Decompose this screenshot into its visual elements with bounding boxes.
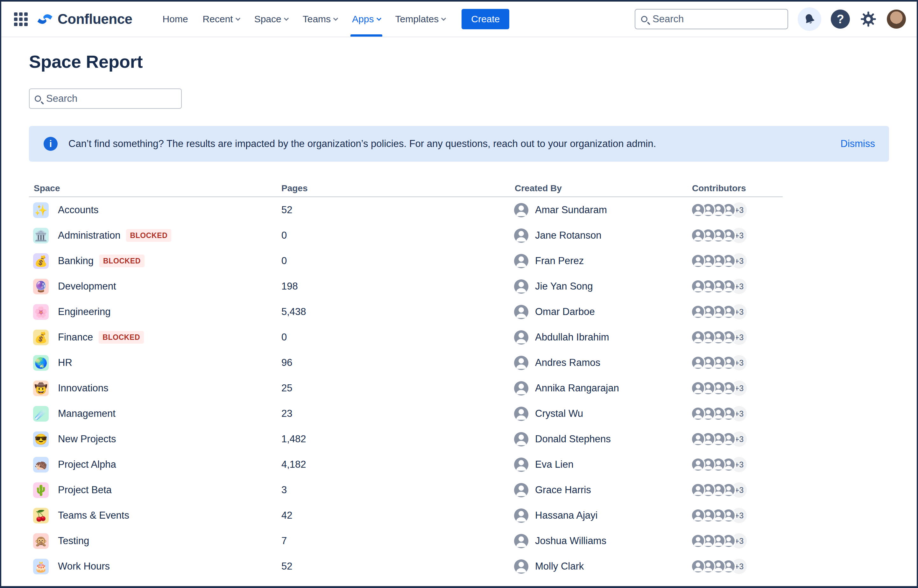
contributors-stack[interactable]: +3	[691, 279, 747, 294]
contributors-stack[interactable]: +3	[691, 304, 747, 320]
table-row[interactable]: 🙊 Testing 7 Joshua Williams	[29, 528, 783, 554]
contributors-stack[interactable]: +3	[691, 559, 747, 574]
confluence-logo-text: Confluence	[58, 11, 133, 27]
contributors-stack[interactable]: +3	[691, 330, 747, 345]
space-name[interactable]: Teams & Events	[58, 510, 129, 521]
contributors-stack[interactable]: +3	[691, 253, 747, 268]
creator-name[interactable]: Grace Harris	[535, 484, 591, 496]
sunglasses-face-icon: 😎	[33, 431, 49, 447]
blocked-badge: BLOCKED	[99, 255, 144, 267]
contributors-stack[interactable]: +3	[691, 355, 747, 370]
table-row[interactable]: 🌸 Engineering 5,438 Omar Darboe	[29, 299, 783, 325]
creator-name[interactable]: Omar Darboe	[535, 306, 595, 318]
creator-name[interactable]: Hassana Ajayi	[535, 510, 598, 521]
creator-name[interactable]: Crystal Wu	[535, 408, 583, 419]
contributors-stack[interactable]: +3	[691, 381, 747, 396]
page-search[interactable]	[29, 89, 182, 109]
contributors-stack[interactable]: +3	[691, 431, 747, 447]
contributors-stack[interactable]: +3	[691, 202, 747, 218]
pages-count: 52	[281, 204, 514, 216]
table-row[interactable]: 🏛️ Administration BLOCKED 0 Jane Rotanso…	[29, 223, 783, 248]
comet-icon: ☄️	[33, 406, 49, 422]
space-name[interactable]: Banking	[58, 255, 94, 267]
app-switcher-icon[interactable]	[14, 12, 28, 26]
space-name[interactable]: New Projects	[58, 433, 116, 445]
space-name[interactable]: Management	[58, 408, 116, 419]
space-name[interactable]: Work Hours	[58, 561, 110, 572]
create-button[interactable]: Create	[462, 9, 509, 29]
creator-cell: Fran Perez	[514, 254, 691, 268]
creator-name[interactable]: Molly Clark	[535, 561, 584, 572]
nav-item-teams[interactable]: Teams	[296, 2, 345, 37]
notifications-button[interactable]	[798, 7, 821, 31]
table-row[interactable]: 🔮 Development 198 Jie Yan Song	[29, 274, 783, 299]
table-row[interactable]: 🎂 Work Hours 52 Molly Clark	[29, 554, 783, 579]
space-name[interactable]: Engineering	[58, 306, 110, 318]
space-name[interactable]: Administration	[58, 230, 120, 241]
nav-item-templates[interactable]: Templates	[388, 2, 453, 37]
table-row[interactable]: 🌵 Project Beta 3 Grace Harris	[29, 477, 783, 503]
table-row[interactable]: 😎 New Projects 1,482 Donald Stephens	[29, 426, 783, 452]
space-name[interactable]: Innovations	[58, 383, 108, 394]
nav-left-group: Confluence Home Recent Space Teams Apps …	[14, 2, 509, 37]
space-cell: 😎 New Projects	[29, 431, 281, 447]
creator-name[interactable]: Abdullah Ibrahim	[535, 331, 609, 343]
creator-name[interactable]: Fran Perez	[535, 255, 584, 267]
nav-search[interactable]	[635, 9, 788, 29]
profile-avatar[interactable]	[887, 10, 906, 29]
table-row[interactable]: 💰 Banking BLOCKED 0 Fran Perez	[29, 248, 783, 274]
nav-item-apps[interactable]: Apps	[345, 2, 388, 37]
table-row[interactable]: ☄️ Management 23 Crystal Wu	[29, 401, 783, 426]
creator-name[interactable]: Joshua Williams	[535, 535, 606, 547]
space-cell: 🌵 Project Beta	[29, 482, 281, 498]
creator-name[interactable]: Annika Rangarajan	[535, 383, 619, 394]
contributors-stack[interactable]: +3	[691, 533, 747, 549]
space-name[interactable]: Development	[58, 281, 116, 292]
table-row[interactable]: 🤠 Innovations 25 Annika Rangarajan	[29, 375, 783, 401]
space-name[interactable]: HR	[58, 357, 72, 368]
page-search-input[interactable]	[46, 93, 176, 104]
space-name[interactable]: Accounts	[58, 204, 99, 216]
pages-count: 0	[281, 331, 514, 343]
nav-item-home[interactable]: Home	[155, 2, 196, 37]
contributors-stack[interactable]: +3	[691, 508, 747, 523]
settings-button[interactable]	[860, 10, 877, 28]
space-name[interactable]: Testing	[58, 535, 89, 547]
table-row[interactable]: 💰 Finance BLOCKED 0 Abdullah Ibrahim	[29, 325, 783, 350]
creator-name[interactable]: Jie Yan Song	[535, 281, 593, 292]
contributors-stack[interactable]: +3	[691, 406, 747, 421]
space-name[interactable]: Project Alpha	[58, 459, 116, 470]
help-button[interactable]: ?	[831, 10, 850, 29]
creator-name[interactable]: Eva Lien	[535, 459, 574, 470]
creator-avatar-icon	[514, 356, 528, 370]
space-name[interactable]: Finance	[58, 331, 93, 343]
dismiss-link[interactable]: Dismiss	[840, 138, 875, 150]
nav-item-space[interactable]: Space	[247, 2, 296, 37]
confluence-logo[interactable]: Confluence	[37, 11, 133, 27]
table-row[interactable]: 🌏 HR 96 Andres Ramos	[29, 350, 783, 375]
contributor-avatar-icon	[691, 330, 705, 344]
space-cell: 🙊 Testing	[29, 533, 281, 549]
blocked-badge: BLOCKED	[126, 229, 171, 242]
space-name[interactable]: Project Beta	[58, 484, 112, 496]
creator-avatar-icon	[514, 305, 528, 319]
creator-name[interactable]: Jane Rotanson	[535, 230, 601, 241]
creator-avatar-icon	[514, 534, 528, 548]
money-bag-icon: 💰	[33, 253, 49, 269]
cactus-icon: 🌵	[33, 482, 49, 498]
info-banner: i Can’t find something? The results are …	[29, 126, 889, 162]
pages-count: 23	[281, 408, 514, 419]
table-row[interactable]: 🍒 Teams & Events 42 Hassana Ajayi	[29, 503, 783, 528]
nav-item-recent[interactable]: Recent	[196, 2, 247, 37]
table-row[interactable]: 🦔 Project Alpha 4,182 Eva Lien	[29, 452, 783, 477]
birthday-cake-icon: 🎂	[33, 559, 49, 574]
table-row[interactable]: ✨ Accounts 52 Amar Sundaram	[29, 197, 783, 223]
creator-name[interactable]: Andres Ramos	[535, 357, 600, 368]
nav-search-input[interactable]	[653, 13, 782, 25]
contributors-stack[interactable]: +3	[691, 482, 747, 498]
contributors-stack[interactable]: +3	[691, 228, 747, 243]
pages-count: 42	[281, 510, 514, 521]
contributors-stack[interactable]: +3	[691, 457, 747, 472]
creator-name[interactable]: Amar Sundaram	[535, 204, 607, 216]
creator-name[interactable]: Donald Stephens	[535, 433, 611, 445]
